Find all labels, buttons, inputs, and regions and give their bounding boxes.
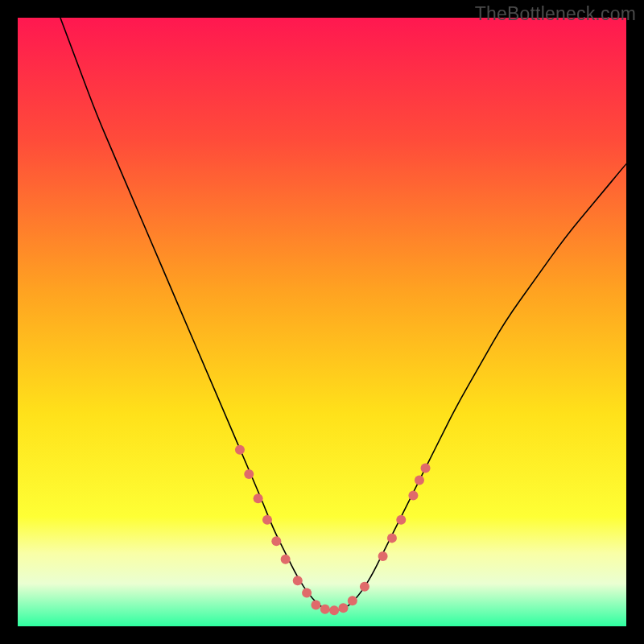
chart-background [18,18,626,626]
highlight-dot [329,605,339,615]
highlight-dot [387,533,397,543]
highlight-dot [311,601,320,610]
watermark-text: TheBottleneck.com [475,3,636,25]
highlight-dot [378,551,388,561]
chart-frame: TheBottleneck.com [0,0,644,644]
highlight-dot [262,515,272,525]
highlight-dot [293,576,303,585]
highlight-dot [254,493,263,503]
highlight-dot [360,582,369,592]
highlight-dot [421,463,431,473]
highlight-dot [281,555,291,564]
highlight-dot [348,596,357,605]
highlight-dot [320,605,330,614]
highlight-dot [302,588,312,597]
highlight-dot [244,469,254,479]
highlight-dot [235,445,245,455]
highlight-dot [415,476,424,485]
highlight-dot [338,603,348,613]
chart-plot-area [18,18,626,626]
highlight-dot [271,536,281,546]
highlight-dot [408,490,418,500]
highlight-dot [396,515,406,525]
chart-svg [18,18,626,626]
